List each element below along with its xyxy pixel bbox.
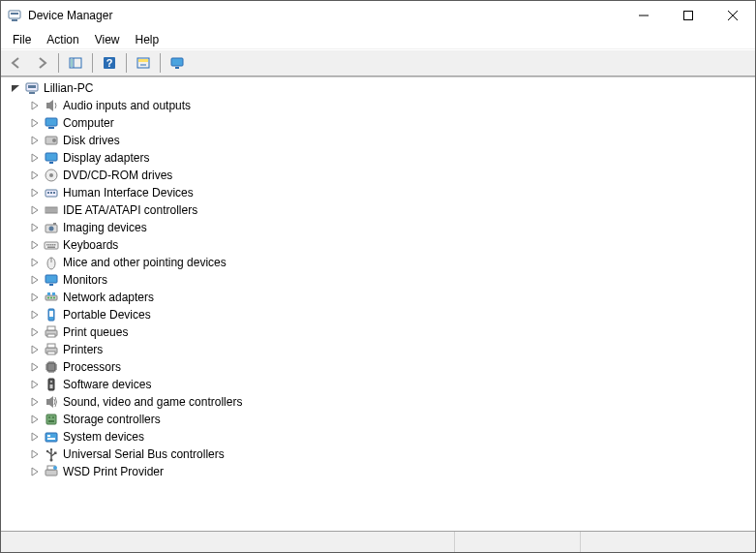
svg-rect-66 (47, 352, 55, 354)
chevron-right-icon[interactable] (28, 325, 42, 339)
optical-icon (44, 168, 59, 183)
svg-rect-88 (45, 433, 57, 442)
tree-item-label: Universal Serial Bus controllers (63, 447, 225, 461)
tree-item[interactable]: Universal Serial Bus controllers (28, 445, 755, 463)
chevron-right-icon[interactable] (28, 256, 42, 269)
tree-item[interactable]: Imaging devices (28, 219, 755, 236)
svg-point-85 (48, 416, 50, 418)
computer-icon (44, 115, 59, 131)
help-button[interactable]: ? (98, 52, 121, 74)
tree-item[interactable]: Printers (28, 341, 755, 358)
chevron-right-icon[interactable] (28, 169, 42, 182)
svg-rect-22 (48, 127, 54, 129)
tree-item[interactable]: Audio inputs and outputs (28, 97, 755, 114)
svg-rect-1 (11, 13, 18, 15)
chevron-right-icon[interactable] (28, 238, 42, 252)
scan-hardware-button[interactable] (132, 52, 155, 74)
show-hide-console-tree-button[interactable] (64, 52, 87, 74)
menu-file[interactable]: File (5, 31, 39, 48)
tree-root-node[interactable]: Lillian-PC (9, 79, 755, 97)
chevron-right-icon[interactable] (28, 360, 42, 374)
chevron-right-icon[interactable] (28, 151, 42, 165)
menu-help[interactable]: Help (128, 31, 167, 48)
minimize-button[interactable] (621, 1, 666, 30)
tree-item[interactable]: Portable Devices (28, 306, 755, 323)
tree-item[interactable]: Monitors (28, 271, 755, 289)
chevron-down-icon[interactable] (9, 81, 22, 95)
back-button[interactable] (5, 52, 28, 74)
tree-item[interactable]: Disk drives (28, 132, 755, 149)
tree-item[interactable]: Storage controllers (28, 411, 755, 428)
tree-item-label: Imaging devices (63, 221, 147, 234)
chevron-right-icon[interactable] (28, 378, 42, 391)
storage-icon (44, 412, 59, 427)
chevron-right-icon[interactable] (28, 291, 42, 304)
chevron-right-icon[interactable] (28, 430, 42, 444)
tree-item[interactable]: System devices (28, 428, 755, 445)
svg-rect-52 (49, 284, 53, 286)
svg-rect-20 (46, 103, 49, 108)
tree-item[interactable]: Display adapters (28, 149, 755, 167)
monitor-button[interactable] (166, 52, 189, 74)
close-button[interactable] (711, 1, 755, 30)
tree-item-label: Audio inputs and outputs (63, 99, 191, 112)
tree-item[interactable]: Human Interface Devices (28, 184, 755, 201)
tree-item[interactable]: Processors (28, 358, 755, 376)
tree-item-label: Storage controllers (63, 413, 161, 426)
tree-item[interactable]: Network adapters (28, 289, 755, 306)
tree-item[interactable]: Computer (28, 114, 755, 132)
tree-item-label: Display adapters (63, 151, 149, 165)
device-tree[interactable]: Lillian-PC Audio inputs and outputsCompu… (1, 77, 755, 531)
svg-rect-90 (47, 438, 55, 440)
root-label: Lillian-PC (44, 81, 93, 95)
chevron-right-icon[interactable] (28, 186, 42, 200)
toolbar: ? (1, 49, 755, 77)
tree-item[interactable]: IDE ATA/ATAPI controllers (28, 201, 755, 219)
usb-icon (44, 446, 59, 462)
tree-item[interactable]: Print queues (28, 323, 755, 341)
software-icon (44, 377, 59, 392)
chevron-right-icon[interactable] (28, 99, 42, 112)
chevron-right-icon[interactable] (28, 203, 42, 217)
chevron-right-icon[interactable] (28, 447, 42, 461)
svg-rect-48 (47, 247, 55, 249)
chevron-right-icon[interactable] (28, 273, 42, 287)
chevron-right-icon[interactable] (28, 308, 42, 322)
tree-item-label: Sound, video and game controllers (63, 395, 242, 409)
tree-item-label: DVD/CD-ROM drives (63, 169, 172, 182)
chevron-right-icon[interactable] (28, 221, 42, 234)
chevron-right-icon[interactable] (28, 395, 42, 409)
svg-rect-41 (53, 223, 56, 225)
menu-view[interactable]: View (87, 31, 128, 48)
chevron-right-icon[interactable] (28, 413, 42, 426)
tree-item[interactable]: Sound, video and game controllers (28, 393, 755, 411)
svg-rect-51 (45, 275, 57, 283)
toolbar-separator (92, 53, 93, 73)
svg-rect-13 (138, 59, 148, 62)
menu-action[interactable]: Action (39, 31, 86, 48)
tree-item[interactable]: DVD/CD-ROM drives (28, 167, 755, 184)
window-title: Device Manager (28, 9, 112, 22)
processor-icon (44, 359, 59, 375)
hid-icon (44, 185, 59, 200)
chevron-right-icon[interactable] (28, 465, 42, 478)
svg-rect-43 (46, 244, 48, 246)
imaging-icon (44, 220, 59, 235)
chevron-right-icon[interactable] (28, 116, 42, 130)
monitor-icon (44, 272, 59, 288)
svg-rect-46 (52, 244, 54, 246)
statusbar (1, 531, 755, 552)
svg-rect-4 (684, 12, 693, 20)
tree-item[interactable]: Keyboards (28, 236, 755, 254)
chevron-right-icon[interactable] (28, 134, 42, 147)
tree-item[interactable]: Mice and other pointing devices (28, 254, 755, 271)
svg-rect-63 (47, 334, 55, 337)
maximize-button[interactable] (666, 1, 711, 30)
tree-item[interactable]: Software devices (28, 376, 755, 393)
chevron-right-icon[interactable] (28, 343, 42, 356)
svg-rect-44 (48, 244, 50, 246)
forward-button[interactable] (30, 52, 53, 74)
tree-item[interactable]: WSD Print Provider (28, 463, 755, 480)
svg-rect-96 (54, 452, 57, 455)
svg-rect-55 (52, 292, 55, 295)
